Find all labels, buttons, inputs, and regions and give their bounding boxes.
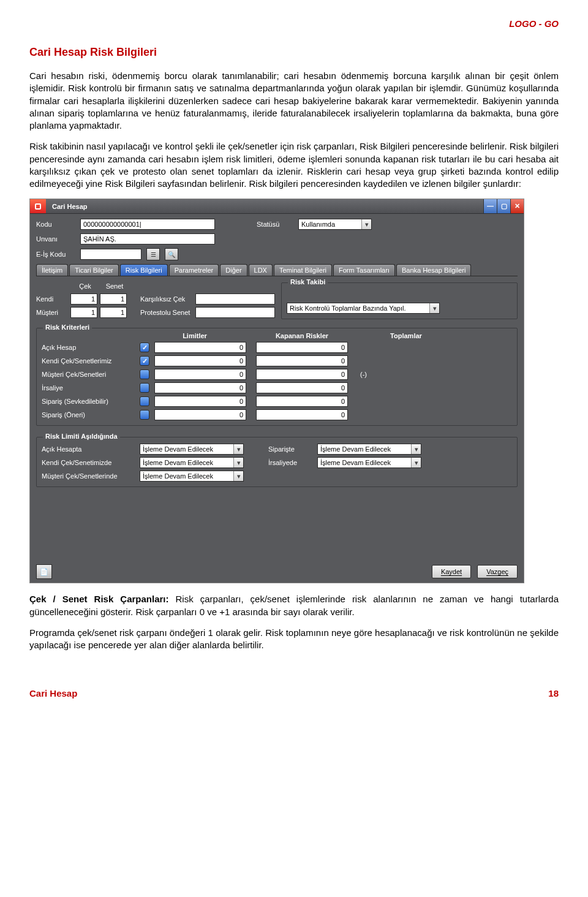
kriter-kapanan-input[interactable] [256, 396, 348, 407]
kriter-label: Sipariş (Sevkedilebilir) [42, 398, 140, 405]
tab-bar: İletişimTicari BilgilerRisk BilgileriPar… [36, 264, 518, 276]
statusu-value: Kullanımda [299, 221, 361, 228]
para3-bold: Çek / Senet Risk Çarpanları: [29, 594, 169, 604]
kriter-label: Müşteri Çek/Senetleri [42, 371, 140, 378]
kriter-checkbox[interactable] [140, 356, 149, 366]
kriter-checkbox[interactable] [140, 343, 149, 352]
kriter-kapanan-input[interactable] [256, 369, 348, 380]
mid-label: Protestolu Senet [140, 309, 195, 316]
kriter-checkbox[interactable] [140, 410, 149, 420]
risk-takibi-value: Risk Kontrolü Toplamlar Bazında Yapıl. [287, 305, 429, 312]
asildi-select-right-1[interactable]: İşleme Devam Edilecek▾ [317, 457, 421, 468]
col-senet: Senet [100, 282, 129, 291]
asildi-select-left-0[interactable]: İşleme Devam Edilecek▾ [140, 444, 244, 455]
chevron-down-icon: ▾ [411, 444, 421, 454]
chevron-down-icon: ▾ [233, 471, 243, 481]
mid-column: Karşılıksız ÇekProtestolu Senet [140, 282, 275, 318]
chevron-down-icon: ▾ [361, 219, 371, 229]
chevron-down-icon: ▾ [411, 458, 421, 467]
label-kodu: Kodu [36, 221, 75, 228]
kriter-limit-input[interactable] [154, 369, 246, 380]
asildi-label-left: Kendi Çek/Senetimizde [42, 459, 140, 466]
carpan-senet-input[interactable] [100, 293, 127, 305]
kriter-label: Açık Hesap [42, 344, 140, 351]
asildi-label-right: Siparişte [268, 445, 317, 453]
notes-button[interactable]: 📄 [36, 564, 52, 579]
tab-risk-bilgileri[interactable]: Risk Bilgileri [120, 264, 168, 276]
risk-takibi-select[interactable]: Risk Kontrolü Toplamlar Bazında Yapıl. ▾ [287, 303, 440, 314]
eis-lookup-button-1[interactable]: ☰ [146, 248, 160, 260]
carpan-label: Kendi [36, 295, 70, 303]
titlebar: Cari Hesap — ▢ ✕ [30, 199, 524, 214]
label-eis: E-İş Kodu [36, 251, 75, 258]
chevron-down-icon: ▾ [233, 458, 243, 467]
tab-i-leti-im[interactable]: İletişim [36, 264, 68, 276]
footer-page: 18 [548, 688, 559, 698]
mid-input-1[interactable] [195, 307, 275, 318]
close-button[interactable]: ✕ [510, 199, 524, 213]
paragraph-4: Programda çek/senet risk çarpanı öndeğer… [29, 627, 559, 652]
carpan-label: Müşteri [36, 309, 70, 316]
label-statusu: Statüsü [257, 221, 293, 228]
kriter-kapanan-input[interactable] [256, 342, 348, 353]
kodu-input[interactable] [80, 219, 215, 230]
tab-di-er[interactable]: Diğer [220, 264, 247, 276]
unvani-input[interactable] [80, 233, 215, 244]
doc-header: LOGO - GO [29, 18, 559, 29]
kriter-kapanan-input[interactable] [256, 409, 348, 420]
asildi-select-right-0[interactable]: İşleme Devam Edilecek▾ [317, 444, 421, 455]
col-kapanan: Kapanan Riskler [250, 332, 354, 339]
save-button[interactable]: Kaydet [432, 565, 471, 578]
risk-takibi-fieldset: Risk Takibi Risk Kontrolü Toplamlar Bazı… [281, 282, 518, 319]
asildi-legend: Risk Limiti Aşıldığında [43, 433, 120, 440]
kriter-limit-input[interactable] [154, 355, 246, 366]
asildi-value: İşleme Devam Edilecek [140, 445, 233, 453]
paragraph-3: Çek / Senet Risk Çarpanları: Risk çarpan… [29, 593, 559, 618]
app-icon [30, 199, 46, 213]
asildi-select-left-1[interactable]: İşleme Devam Edilecek▾ [140, 457, 244, 468]
paragraph-1: Cari hesabın riski, ödenmemiş borcu olar… [29, 70, 559, 132]
kriter-limit-input[interactable] [154, 396, 246, 407]
asildi-value: İşleme Devam Edilecek [140, 472, 233, 480]
kriter-checkbox[interactable] [140, 396, 149, 406]
maximize-icon: ▢ [501, 203, 507, 210]
close-icon: ✕ [514, 203, 520, 210]
carpan-senet-input[interactable] [100, 307, 127, 318]
tab-ticari-bilgiler[interactable]: Ticari Bilgiler [69, 264, 119, 276]
minimize-button[interactable]: — [483, 199, 497, 213]
tab-form-tasar-mlar-[interactable]: Form Tasarımları [333, 264, 395, 276]
carpan-grid: Çek Senet KendiMüşteri [36, 282, 129, 318]
tab-ldx[interactable]: LDX [249, 264, 273, 276]
tab-parametreler[interactable]: Parametreler [169, 264, 219, 276]
risk-kriterleri-legend: Risk Kriterleri [43, 324, 92, 331]
statusu-select[interactable]: Kullanımda ▾ [298, 219, 372, 230]
asildi-value: İşleme Devam Edilecek [140, 459, 233, 466]
eis-lookup-button-2[interactable]: 🔍 [165, 248, 178, 260]
eis-input[interactable] [80, 249, 141, 260]
asildi-select-left-2[interactable]: İşleme Devam Edilecek▾ [140, 471, 244, 482]
risk-limiti-asildi-fieldset: Risk Limiti Aşıldığında Açık Hesaptaİşle… [36, 437, 518, 487]
minimize-icon: — [487, 203, 494, 210]
kriter-kapanan-input[interactable] [256, 382, 348, 393]
tab-banka-hesap-bilgileri[interactable]: Banka Hesap Bilgileri [396, 264, 472, 276]
kriter-checkbox[interactable] [140, 383, 149, 393]
kriter-limit-input[interactable] [154, 409, 246, 420]
maximize-button[interactable]: ▢ [497, 199, 510, 213]
kriter-limit-input[interactable] [154, 342, 246, 353]
chevron-down-icon: ▾ [233, 444, 243, 454]
col-limitler: Limitler [140, 332, 250, 339]
kriter-label: Kendi Çek/Senetlerimiz [42, 357, 140, 365]
search-icon: 🔍 [168, 251, 175, 258]
mid-input-0[interactable] [195, 293, 275, 305]
kriter-label: Sipariş (Öneri) [42, 411, 140, 418]
kriter-limit-input[interactable] [154, 382, 246, 393]
notes-icon: 📄 [40, 568, 48, 576]
kriter-checkbox[interactable] [140, 369, 149, 379]
kriter-label: İrsaliye [42, 384, 140, 392]
footer-left: Cari Hesap [29, 688, 77, 698]
carpan-cek-input[interactable] [70, 307, 97, 318]
cancel-button[interactable]: Vazgeç [477, 565, 518, 578]
carpan-cek-input[interactable] [70, 293, 97, 305]
kriter-kapanan-input[interactable] [256, 355, 348, 366]
tab-teminat-bilgileri[interactable]: Teminat Bilgileri [274, 264, 332, 276]
